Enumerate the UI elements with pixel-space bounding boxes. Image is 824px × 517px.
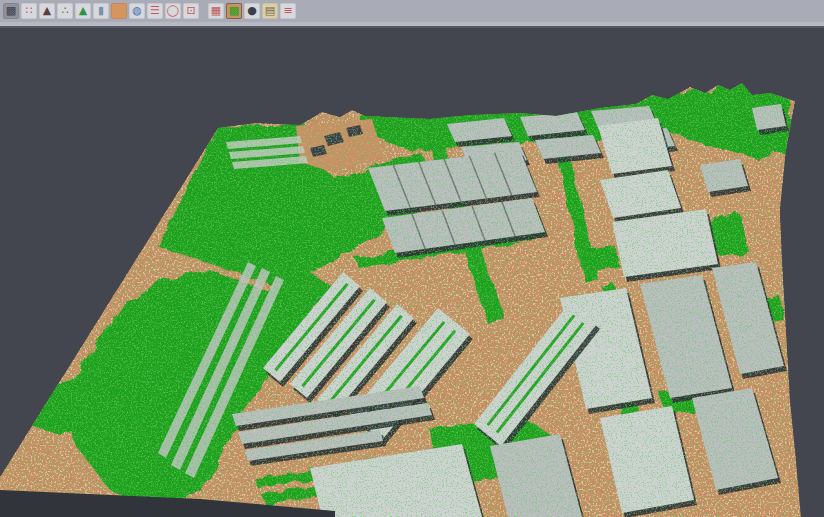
selection-box-icon[interactable]: ⊡	[183, 3, 199, 19]
sphere-icon[interactable]: ●	[244, 3, 260, 19]
application-window: ▩∷▲∴▲▮◍☰◯⊡▦▩●▤≡	[0, 0, 824, 517]
mountain-icon[interactable]: ▲	[39, 3, 55, 19]
red-bands-icon[interactable]: ≡	[280, 3, 296, 19]
dark-tiles-icon[interactable]: ▩	[3, 3, 19, 19]
layer-list-icon[interactable]: ☰	[147, 3, 163, 19]
align-points-icon[interactable]: ∷	[21, 3, 37, 19]
classification-view-icon[interactable]: ▩	[226, 3, 242, 19]
scatter-points-icon[interactable]: ∴	[57, 3, 73, 19]
terrain-hill-icon[interactable]: ▲	[75, 3, 91, 19]
texture-icon[interactable]: ▤	[262, 3, 278, 19]
circle-tool-icon[interactable]: ◯	[165, 3, 181, 19]
toolbar: ▩∷▲∴▲▮◍☰◯⊡▦▩●▤≡	[0, 0, 824, 22]
globe-icon[interactable]: ◍	[129, 3, 145, 19]
orange-tile-icon[interactable]	[111, 3, 127, 19]
viewport-3d[interactable]	[0, 28, 824, 517]
grid-icon[interactable]: ▦	[208, 3, 224, 19]
level-bar-icon[interactable]: ▮	[93, 3, 109, 19]
toolbar-group-gap	[200, 3, 207, 19]
pointcloud-scene[interactable]	[0, 28, 824, 517]
